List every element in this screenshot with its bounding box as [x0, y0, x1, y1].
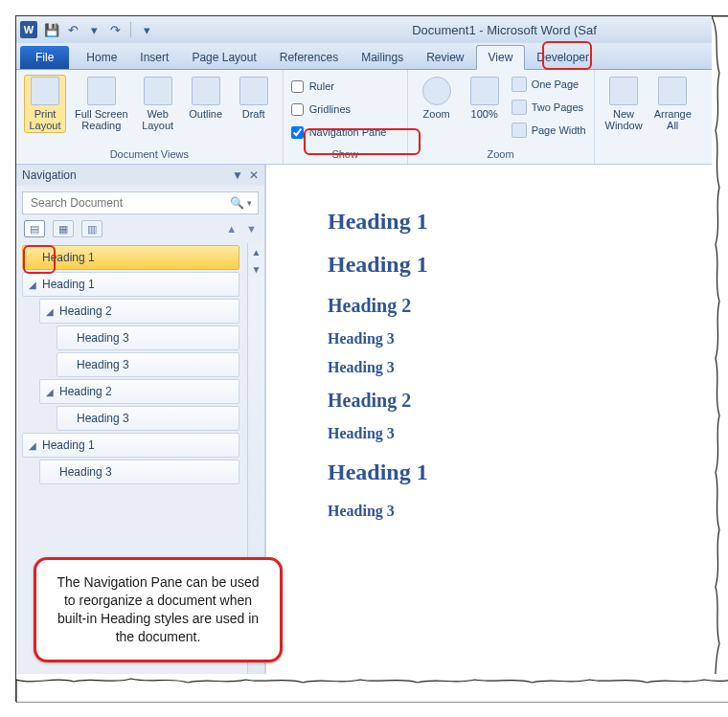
page-width-icon — [512, 123, 527, 138]
nav-next-icon[interactable]: ▼ — [246, 223, 257, 235]
navpane-tab-headings[interactable]: ▤ — [24, 220, 45, 237]
callout-message: The Navigation Pane can be used to reorg… — [34, 557, 283, 662]
nav-tree-item[interactable]: Heading 3 — [57, 325, 239, 350]
tab-review[interactable]: Review — [415, 46, 475, 69]
two-pages-button[interactable]: Two Pages — [512, 98, 586, 117]
nav-prev-icon[interactable]: ▲ — [226, 223, 237, 235]
navpane-arrows: ▲ ▼ — [226, 223, 257, 235]
full-screen-label: Full ScreenReading — [75, 108, 128, 131]
tab-home[interactable]: Home — [75, 46, 128, 69]
doc-h2: Heading 2 — [328, 295, 728, 317]
arrange-all-label: ArrangeAll — [654, 108, 692, 131]
group-show-label: Show — [284, 146, 407, 164]
nav-tree-item-label: Heading 1 — [42, 278, 95, 291]
undo-button[interactable]: ↶ — [64, 21, 81, 38]
navpane-title: Navigation — [22, 168, 77, 182]
group-window-label — [595, 146, 702, 164]
search-dropdown-icon[interactable]: ▾ — [247, 198, 252, 208]
tree-twisty-icon[interactable]: ◢ — [46, 306, 57, 317]
draft-button[interactable]: Draft — [233, 75, 275, 122]
group-zoom-label: Zoom — [408, 146, 594, 164]
draft-icon — [239, 77, 268, 105]
nav-tree-item-label: Heading 3 — [77, 358, 129, 371]
navpane-tab-pages[interactable]: ▦ — [53, 220, 74, 237]
tab-mailings[interactable]: Mailings — [350, 46, 415, 69]
ruler-label: Ruler — [309, 80, 334, 92]
gridlines-checkbox[interactable]: Gridlines — [291, 100, 387, 119]
search-input[interactable] — [29, 195, 230, 211]
doc-h3: Heading 3 — [328, 359, 728, 376]
gridlines-check-input[interactable] — [291, 103, 304, 116]
group-zoom: Zoom 100% One Page Two Pages Page Width … — [408, 70, 595, 164]
search-icon[interactable]: 🔍 — [230, 196, 244, 210]
nav-tree-item-label: Heading 3 — [59, 465, 112, 479]
tree-twisty-icon[interactable]: ◢ — [46, 387, 57, 397]
document-area[interactable]: Heading 1Heading 1Heading 2Heading 3Head… — [265, 165, 728, 701]
nav-tree-item[interactable]: ◢Heading 1 — [22, 272, 239, 297]
zoom-icon — [422, 77, 451, 105]
scroll-down-icon[interactable]: ▼ — [248, 260, 264, 278]
outline-button[interactable]: Outline — [185, 75, 227, 122]
group-document-views: PrintLayout Full ScreenReading WebLayout… — [16, 70, 284, 164]
nav-tree-item[interactable]: ◢Heading 2 — [39, 379, 239, 404]
tab-view[interactable]: View — [476, 45, 526, 70]
redo-button[interactable]: ↷ — [106, 21, 124, 38]
save-button[interactable]: 💾 — [43, 21, 60, 38]
navigation-pane-checkbox[interactable]: Navigation Pane — [291, 123, 387, 142]
new-window-label: NewWindow — [605, 108, 643, 131]
quick-access-toolbar: 💾 ↶ ▾ ↷ ▾ — [43, 21, 155, 38]
tree-twisty-icon[interactable]: ◢ — [29, 440, 40, 451]
navpane-check-input[interactable] — [291, 126, 304, 139]
new-window-button[interactable]: NewWindow — [603, 75, 646, 133]
tab-references[interactable]: References — [268, 46, 350, 69]
nav-tree-item[interactable]: Heading 3 — [57, 352, 239, 377]
doc-h1: Heading 1 — [328, 459, 728, 485]
two-pages-icon — [512, 100, 527, 115]
nav-tree-item[interactable]: ◢Heading 1 — [22, 433, 239, 458]
page-width-button[interactable]: Page Width — [512, 121, 586, 140]
tab-file[interactable]: File — [20, 46, 69, 69]
tab-page-layout[interactable]: Page Layout — [180, 46, 267, 69]
zoom-100-button[interactable]: 100% — [464, 75, 506, 122]
ribbon: PrintLayout Full ScreenReading WebLayout… — [16, 70, 728, 165]
nav-tree-item-label: Heading 3 — [77, 412, 129, 425]
tab-insert[interactable]: Insert — [128, 46, 180, 69]
doc-h1: Heading 1 — [328, 252, 728, 278]
full-screen-icon — [87, 77, 116, 105]
tree-twisty-icon[interactable]: ◢ — [29, 280, 40, 290]
qat-dropdown[interactable]: ▾ — [85, 21, 102, 38]
qat-customize[interactable]: ▾ — [138, 21, 155, 38]
doc-h3: Heading 3 — [328, 503, 728, 520]
window-title: Document1 - Microsoft Word (Saf — [155, 23, 728, 37]
navpane-close-icon[interactable]: ✕ — [249, 168, 259, 182]
print-layout-button[interactable]: PrintLayout — [24, 75, 66, 133]
new-window-icon — [609, 77, 638, 105]
scroll-up-icon[interactable]: ▲ — [248, 243, 264, 260]
one-page-button[interactable]: One Page — [512, 75, 586, 94]
doc-h2: Heading 2 — [328, 390, 728, 412]
ruler-check-input[interactable] — [291, 80, 304, 93]
navpane-tab-results[interactable]: ▥ — [81, 220, 102, 237]
doc-h3: Heading 3 — [328, 330, 728, 347]
navpane-search[interactable]: 🔍 ▾ — [22, 191, 259, 214]
nav-tree-item[interactable]: Heading 3 — [57, 406, 239, 431]
navpane-tabstrip: ▤ ▦ ▥ ▲ ▼ — [16, 220, 264, 243]
zoom-button[interactable]: Zoom — [416, 75, 458, 122]
zoom-label: Zoom — [423, 108, 450, 120]
arrange-all-button[interactable]: ArrangeAll — [651, 75, 694, 133]
tab-developer[interactable]: Developer — [525, 46, 601, 69]
nav-tree-item[interactable]: ◢Heading 2 — [39, 299, 239, 324]
nav-tree-item-label: Heading 2 — [59, 385, 112, 398]
nav-tree-item[interactable]: Heading 1 — [22, 245, 239, 270]
ruler-checkbox[interactable]: Ruler — [291, 77, 387, 96]
word-icon: W — [20, 21, 37, 38]
navpane-dropdown-icon[interactable]: ▼ — [232, 168, 243, 182]
full-screen-reading-button[interactable]: Full ScreenReading — [72, 75, 131, 133]
nav-tree-item-label: Heading 1 — [42, 251, 95, 264]
nav-tree-item[interactable]: Heading 3 — [39, 459, 239, 484]
zoom-100-icon — [470, 77, 499, 105]
one-page-icon — [512, 77, 527, 92]
gridlines-label: Gridlines — [309, 103, 351, 115]
web-layout-button[interactable]: WebLayout — [137, 75, 179, 133]
navpane-search-wrap: 🔍 ▾ — [16, 186, 264, 220]
